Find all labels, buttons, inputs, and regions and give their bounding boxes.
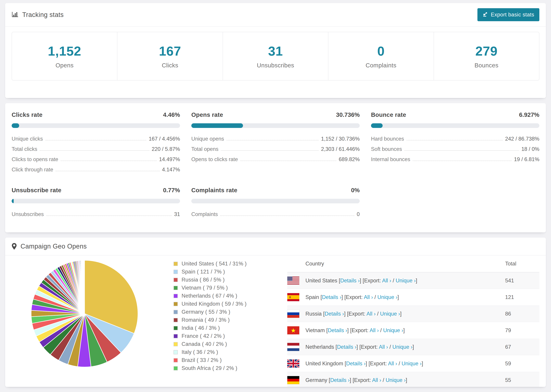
export-all-link[interactable]: All › bbox=[367, 311, 376, 317]
table-row: Germany [Details ›] [Export: All › / Uni… bbox=[287, 372, 539, 387]
total-cell: 121 bbox=[505, 294, 539, 300]
rate-block: Bounce rate6.927%Hard bounces242 / 86.73… bbox=[371, 111, 539, 173]
rate-progressbar bbox=[371, 123, 539, 128]
rate-row: Unique clicks167 / 4.456% bbox=[12, 136, 180, 142]
export-all-link[interactable]: All › bbox=[379, 344, 388, 350]
rate-row-label: Total clicks bbox=[12, 146, 37, 152]
rate-row-value: 4.147% bbox=[162, 167, 180, 173]
export-unique-link[interactable]: Unique › bbox=[392, 344, 412, 350]
rate-progressbar-fill bbox=[12, 199, 14, 203]
details-link[interactable]: Details › bbox=[337, 344, 356, 350]
country-row-text: United Kingdom [Details ›] [Export: All … bbox=[305, 361, 423, 367]
details-link[interactable]: Details › bbox=[346, 361, 366, 366]
export-label: Export: bbox=[349, 311, 367, 317]
bracket: ] bbox=[403, 327, 405, 333]
rate-row-value: 220 / 5.87% bbox=[152, 146, 180, 152]
rate-row: Total opens2,303 / 61.446% bbox=[191, 146, 360, 152]
rate-head: Clicks rate4.46% bbox=[12, 111, 180, 118]
legend-item: India ( 46 / 3% ) bbox=[174, 325, 283, 331]
country-flag-icon bbox=[287, 310, 299, 318]
country-cell: United States [Details ›] [Export: All ›… bbox=[287, 277, 505, 285]
rate-title: Clicks rate bbox=[12, 111, 42, 118]
export-unique-link[interactable]: Unique › bbox=[396, 278, 416, 284]
legend-swatch bbox=[174, 334, 178, 338]
bracket: ] bbox=[397, 294, 399, 300]
rate-block: Clicks rate4.46%Unique clicks167 / 4.456… bbox=[12, 111, 180, 173]
legend-label: Russia ( 86 / 5% ) bbox=[182, 277, 225, 283]
legend-label: Romania ( 49 / 3% ) bbox=[182, 317, 230, 323]
details-link[interactable]: Details › bbox=[325, 311, 344, 317]
export-all-link[interactable]: All › bbox=[364, 294, 373, 300]
export-all-link[interactable]: All › bbox=[370, 327, 379, 333]
export-all-link[interactable]: All › bbox=[372, 377, 381, 383]
export-unique-link[interactable]: Unique › bbox=[402, 361, 422, 366]
legend-swatch bbox=[174, 310, 178, 314]
legend-label: India ( 46 / 3% ) bbox=[182, 325, 220, 331]
total-column-header: Total bbox=[505, 261, 539, 267]
bracket: ] [ bbox=[347, 327, 352, 333]
tracking-stats-header: Tracking stats Export basic stats bbox=[5, 3, 546, 27]
country-cell: Spain [Details ›] [Export: All › / Uniqu… bbox=[287, 293, 505, 301]
country-name: Netherlands bbox=[305, 344, 336, 350]
legend-label: United Kingdom ( 59 / 3% ) bbox=[182, 301, 247, 307]
rate-row-value: 689.82% bbox=[339, 156, 360, 162]
bracket: ] bbox=[406, 377, 407, 383]
rate-row: Hard bounces242 / 86.738% bbox=[371, 136, 539, 142]
export-label: Export: bbox=[352, 327, 370, 333]
rate-progressbar bbox=[12, 199, 180, 203]
dotted-leader bbox=[45, 140, 147, 140]
country-name: Germany bbox=[305, 377, 329, 383]
rates-grid: Clicks rate4.46%Unique clicks167 / 4.456… bbox=[12, 111, 539, 217]
stat-box: 279Bounces bbox=[434, 32, 539, 80]
rate-title: Opens rate bbox=[191, 111, 223, 118]
total-cell: 79 bbox=[505, 327, 539, 334]
export-unique-link[interactable]: Unique › bbox=[386, 377, 406, 383]
export-unique-link[interactable]: Unique › bbox=[380, 311, 400, 317]
details-link[interactable]: Details › bbox=[340, 278, 360, 284]
stat-box: 31Unsubscribes bbox=[223, 32, 328, 80]
legend-item: France ( 42 / 2% ) bbox=[174, 333, 283, 339]
bracket: ] [ bbox=[366, 361, 370, 366]
dotted-leader bbox=[240, 161, 336, 161]
dotted-leader bbox=[413, 161, 512, 161]
export-all-link[interactable]: All › bbox=[382, 278, 391, 284]
legend-label: Spain ( 121 / 7% ) bbox=[182, 269, 225, 275]
details-link[interactable]: Details › bbox=[322, 294, 342, 300]
rate-title: Complaints rate bbox=[191, 187, 237, 194]
rate-rows: Hard bounces242 / 86.738%Soft bounces18 … bbox=[371, 136, 539, 162]
legend-item: United Kingdom ( 59 / 3% ) bbox=[174, 301, 283, 307]
bracket: ] bbox=[416, 278, 417, 284]
country-cell: United Kingdom [Details ›] [Export: All … bbox=[287, 359, 505, 368]
geo-table-header: Country Total bbox=[287, 256, 539, 272]
export-unique-link[interactable]: Unique › bbox=[383, 327, 403, 333]
geo-title: Campaign Geo Opens bbox=[21, 243, 87, 250]
export-all-link[interactable]: All › bbox=[388, 361, 397, 366]
rate-row: Internal bounces19 / 6.81% bbox=[371, 156, 539, 162]
legend-item: Brazil ( 33 / 2% ) bbox=[174, 357, 283, 363]
stat-label: Clicks bbox=[162, 62, 178, 69]
details-link[interactable]: Details › bbox=[328, 327, 347, 333]
export-unique-link[interactable]: Unique › bbox=[377, 294, 397, 300]
rate-block: Unsubscribe rate0.77%Unsubscribes31 bbox=[12, 187, 180, 217]
rate-head: Bounce rate6.927% bbox=[371, 111, 539, 118]
rate-row-value: 18 / 0% bbox=[521, 146, 539, 152]
country-flag-icon bbox=[287, 343, 299, 351]
geo-content: United States ( 541 / 31% )Spain ( 121 /… bbox=[5, 256, 546, 387]
rate-row-value: 167 / 4.456% bbox=[149, 136, 180, 142]
export-basic-stats-button[interactable]: Export basic stats bbox=[477, 8, 539, 21]
bracket: ] bbox=[400, 311, 402, 317]
rate-progressbar-fill bbox=[12, 123, 19, 128]
legend-swatch bbox=[174, 318, 178, 322]
details-link[interactable]: Details › bbox=[330, 377, 350, 383]
rate-row: Total clicks220 / 5.87% bbox=[12, 146, 180, 152]
bracket: [ bbox=[320, 294, 322, 300]
legend-label: Netherlands ( 67 / 4% ) bbox=[182, 293, 237, 299]
rate-row-label: Internal bounces bbox=[371, 156, 410, 162]
legend-label: Germany ( 55 / 3% ) bbox=[182, 309, 230, 315]
rate-row: Opens to clicks rate689.82% bbox=[191, 156, 360, 162]
export-label: Export: bbox=[361, 344, 379, 350]
total-cell: 59 bbox=[505, 361, 539, 367]
table-row: Netherlands [Details ›] [Export: All › /… bbox=[287, 339, 539, 355]
rate-rows: Unsubscribes31 bbox=[12, 211, 180, 217]
table-row: Spain [Details ›] [Export: All › / Uniqu… bbox=[287, 289, 539, 305]
